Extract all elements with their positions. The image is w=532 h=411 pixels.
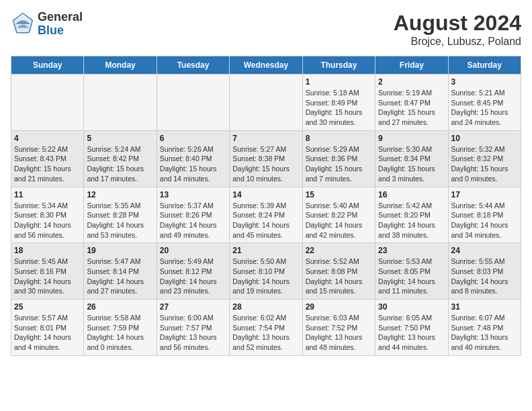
weekday-header: Wednesday <box>230 56 302 75</box>
day-number: 20 <box>160 246 226 255</box>
day-info: Sunrise: 5:45 AM Sunset: 8:16 PM Dayligh… <box>14 257 81 296</box>
logo-text: General Blue <box>38 11 83 38</box>
day-number: 30 <box>378 302 445 312</box>
day-number: 15 <box>306 190 372 199</box>
day-number: 31 <box>451 302 518 312</box>
day-info: Sunrise: 5:22 AM Sunset: 8:43 PM Dayligh… <box>14 144 81 184</box>
calendar-cell: 11Sunrise: 5:34 AM Sunset: 8:30 PM Dayli… <box>11 187 84 243</box>
calendar-cell: 12Sunrise: 5:35 AM Sunset: 8:28 PM Dayli… <box>84 187 157 243</box>
day-info: Sunrise: 5:21 AM Sunset: 8:45 PM Dayligh… <box>451 88 518 128</box>
day-info: Sunrise: 5:30 AM Sunset: 8:34 PM Dayligh… <box>378 144 445 184</box>
calendar-cell: 5Sunrise: 5:24 AM Sunset: 8:42 PM Daylig… <box>84 130 157 187</box>
calendar-cell <box>157 75 229 131</box>
calendar-cell: 24Sunrise: 5:55 AM Sunset: 8:03 PM Dayli… <box>448 243 521 300</box>
day-info: Sunrise: 5:35 AM Sunset: 8:28 PM Dayligh… <box>87 201 153 240</box>
day-info: Sunrise: 5:55 AM Sunset: 8:03 PM Dayligh… <box>451 257 518 296</box>
calendar-body: 1Sunrise: 5:18 AM Sunset: 8:49 PM Daylig… <box>11 75 521 356</box>
day-number: 11 <box>14 190 81 199</box>
calendar-cell: 19Sunrise: 5:47 AM Sunset: 8:14 PM Dayli… <box>84 243 157 300</box>
day-number: 9 <box>378 134 445 143</box>
calendar-cell: 26Sunrise: 5:58 AM Sunset: 7:59 PM Dayli… <box>84 300 157 356</box>
day-number: 2 <box>378 77 445 87</box>
calendar-table: SundayMondayTuesdayWednesdayThursdayFrid… <box>11 56 521 356</box>
calendar-cell <box>230 75 302 131</box>
calendar-cell: 8Sunrise: 5:29 AM Sunset: 8:36 PM Daylig… <box>302 130 375 187</box>
day-number: 29 <box>306 302 372 312</box>
day-info: Sunrise: 6:05 AM Sunset: 7:50 PM Dayligh… <box>378 313 445 353</box>
day-info: Sunrise: 5:37 AM Sunset: 8:26 PM Dayligh… <box>160 201 226 240</box>
day-number: 14 <box>232 190 299 199</box>
calendar-cell: 17Sunrise: 5:44 AM Sunset: 8:18 PM Dayli… <box>448 187 521 243</box>
day-number: 12 <box>87 190 153 199</box>
logo: General Blue <box>11 11 83 38</box>
calendar-cell: 9Sunrise: 5:30 AM Sunset: 8:34 PM Daylig… <box>375 130 448 187</box>
day-number: 10 <box>451 134 518 143</box>
weekday-header: Tuesday <box>157 56 229 75</box>
day-number: 24 <box>451 246 518 255</box>
calendar-cell: 2Sunrise: 5:19 AM Sunset: 8:47 PM Daylig… <box>375 75 448 131</box>
day-info: Sunrise: 5:27 AM Sunset: 8:38 PM Dayligh… <box>232 144 299 184</box>
weekday-header: Monday <box>84 56 157 75</box>
weekday-header: Thursday <box>302 56 375 75</box>
calendar-cell <box>84 75 157 131</box>
day-info: Sunrise: 6:03 AM Sunset: 7:52 PM Dayligh… <box>306 313 372 353</box>
calendar-cell: 16Sunrise: 5:42 AM Sunset: 8:20 PM Dayli… <box>375 187 448 243</box>
logo-blue: Blue <box>38 24 83 38</box>
calendar-cell: 21Sunrise: 5:50 AM Sunset: 8:10 PM Dayli… <box>230 243 302 300</box>
calendar-week-row: 11Sunrise: 5:34 AM Sunset: 8:30 PM Dayli… <box>11 187 521 243</box>
calendar-cell: 10Sunrise: 5:32 AM Sunset: 8:32 PM Dayli… <box>448 130 521 187</box>
day-info: Sunrise: 5:34 AM Sunset: 8:30 PM Dayligh… <box>14 201 81 240</box>
day-number: 23 <box>378 246 445 255</box>
day-info: Sunrise: 5:47 AM Sunset: 8:14 PM Dayligh… <box>87 257 153 296</box>
day-info: Sunrise: 5:18 AM Sunset: 8:49 PM Dayligh… <box>306 88 372 128</box>
page-header: General Blue August 2024 Brojce, Lubusz,… <box>11 11 521 48</box>
weekday-header: Saturday <box>448 56 521 75</box>
day-number: 16 <box>378 190 445 199</box>
calendar-cell: 3Sunrise: 5:21 AM Sunset: 8:45 PM Daylig… <box>448 75 521 131</box>
page-subtitle: Brojce, Lubusz, Poland <box>394 36 521 48</box>
calendar-cell: 13Sunrise: 5:37 AM Sunset: 8:26 PM Dayli… <box>157 187 229 243</box>
calendar-week-row: 4Sunrise: 5:22 AM Sunset: 8:43 PM Daylig… <box>11 130 521 187</box>
weekday-header: Sunday <box>11 56 84 75</box>
calendar-week-row: 18Sunrise: 5:45 AM Sunset: 8:16 PM Dayli… <box>11 243 521 300</box>
day-number: 3 <box>451 77 518 87</box>
calendar-cell: 25Sunrise: 5:57 AM Sunset: 8:01 PM Dayli… <box>11 300 84 356</box>
day-info: Sunrise: 5:50 AM Sunset: 8:10 PM Dayligh… <box>232 257 299 296</box>
weekday-row: SundayMondayTuesdayWednesdayThursdayFrid… <box>11 56 521 75</box>
calendar-cell: 29Sunrise: 6:03 AM Sunset: 7:52 PM Dayli… <box>302 300 375 356</box>
day-info: Sunrise: 5:29 AM Sunset: 8:36 PM Dayligh… <box>306 144 372 184</box>
day-number: 28 <box>232 302 299 312</box>
day-number: 8 <box>306 134 372 143</box>
day-number: 6 <box>160 134 226 143</box>
calendar-week-row: 25Sunrise: 5:57 AM Sunset: 8:01 PM Dayli… <box>11 300 521 356</box>
calendar-cell: 31Sunrise: 6:07 AM Sunset: 7:48 PM Dayli… <box>448 300 521 356</box>
calendar-cell: 7Sunrise: 5:27 AM Sunset: 8:38 PM Daylig… <box>230 130 302 187</box>
calendar-cell: 30Sunrise: 6:05 AM Sunset: 7:50 PM Dayli… <box>375 300 448 356</box>
day-number: 13 <box>160 190 226 199</box>
calendar-cell: 28Sunrise: 6:02 AM Sunset: 7:54 PM Dayli… <box>230 300 302 356</box>
day-info: Sunrise: 6:00 AM Sunset: 7:57 PM Dayligh… <box>160 313 226 353</box>
page-title: August 2024 <box>394 11 521 36</box>
calendar-cell: 18Sunrise: 5:45 AM Sunset: 8:16 PM Dayli… <box>11 243 84 300</box>
day-number: 25 <box>14 302 81 312</box>
day-info: Sunrise: 5:57 AM Sunset: 8:01 PM Dayligh… <box>14 313 81 353</box>
calendar-cell: 23Sunrise: 5:53 AM Sunset: 8:05 PM Dayli… <box>375 243 448 300</box>
day-number: 17 <box>451 190 518 199</box>
day-info: Sunrise: 6:07 AM Sunset: 7:48 PM Dayligh… <box>451 313 518 353</box>
weekday-header: Friday <box>375 56 448 75</box>
day-info: Sunrise: 5:49 AM Sunset: 8:12 PM Dayligh… <box>160 257 226 296</box>
calendar-cell: 15Sunrise: 5:40 AM Sunset: 8:22 PM Dayli… <box>302 187 375 243</box>
day-number: 26 <box>87 302 153 312</box>
day-number: 22 <box>306 246 372 255</box>
day-number: 27 <box>160 302 226 312</box>
calendar-cell: 20Sunrise: 5:49 AM Sunset: 8:12 PM Dayli… <box>157 243 229 300</box>
day-info: Sunrise: 5:42 AM Sunset: 8:20 PM Dayligh… <box>378 201 445 240</box>
day-info: Sunrise: 5:52 AM Sunset: 8:08 PM Dayligh… <box>306 257 372 296</box>
calendar-cell: 6Sunrise: 5:26 AM Sunset: 8:40 PM Daylig… <box>157 130 229 187</box>
day-number: 4 <box>14 134 81 143</box>
day-info: Sunrise: 5:39 AM Sunset: 8:24 PM Dayligh… <box>232 201 299 240</box>
title-block: August 2024 Brojce, Lubusz, Poland <box>394 11 521 48</box>
day-number: 21 <box>232 246 299 255</box>
day-number: 19 <box>87 246 153 255</box>
calendar-cell: 27Sunrise: 6:00 AM Sunset: 7:57 PM Dayli… <box>157 300 229 356</box>
